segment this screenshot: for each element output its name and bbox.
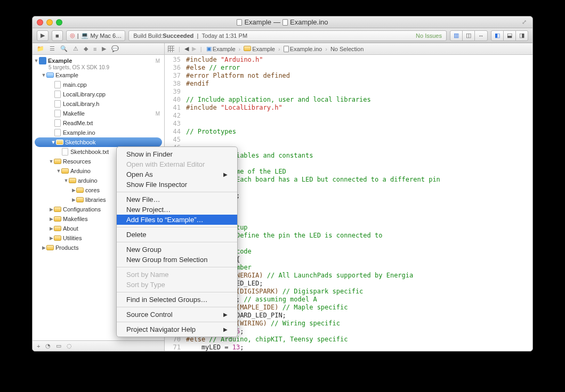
- code-line[interactable]: #include "LocalLibrary.h": [186, 104, 532, 112]
- disclosure-icon[interactable]: [71, 187, 76, 193]
- disclosure-icon[interactable]: [49, 207, 54, 212]
- disclosure-icon[interactable]: [41, 72, 46, 78]
- disclosure-icon[interactable]: [34, 58, 39, 63]
- disclosure-icon[interactable]: [51, 140, 56, 145]
- code-line[interactable]: // @details Define the pin the LED is co…: [186, 232, 532, 240]
- code-line[interactable]: // Add setup code: [186, 248, 532, 256]
- scheme-selector[interactable]: ◎ | 💻 My Mac 6…: [66, 30, 126, 41]
- code-line[interactable]: #if defined(ENERGIA) // All LaunchPads s…: [186, 272, 532, 280]
- folder-row[interactable]: Example: [33, 70, 164, 80]
- menu-item[interactable]: Show File Inspector: [117, 179, 237, 190]
- disclosure-icon[interactable]: [49, 216, 54, 222]
- code-line[interactable]: // Define variables and constants: [186, 152, 532, 160]
- activity-viewer[interactable]: Build Build: Succeeded | Today at 1:31 P…: [128, 30, 447, 41]
- code-line[interactable]: #elif defined(WIRING) // Wiring specific: [186, 320, 532, 328]
- code-line[interactable]: myLED = 13;: [186, 344, 532, 351]
- menu-item[interactable]: Source Control▶: [117, 309, 237, 320]
- code-line[interactable]: // Prototypes: [186, 128, 532, 136]
- jumpbar-item-2[interactable]: Example.ino: [290, 46, 322, 52]
- run-button[interactable]: ▶: [37, 30, 49, 41]
- related-items-icon[interactable]: [168, 46, 174, 52]
- code-line[interactable]: #include "Arduino.h": [186, 56, 532, 64]
- minimize-button[interactable]: [46, 19, 53, 26]
- code-line[interactable]: [186, 88, 532, 96]
- filter-scm-icon[interactable]: ▭: [56, 342, 61, 349]
- file-row[interactable]: ReadMe.txt: [33, 118, 164, 128]
- breakpoint-navigator-icon[interactable]: ▶: [102, 45, 106, 52]
- context-menu[interactable]: Show in FinderOpen with External EditorO…: [116, 146, 238, 337]
- version-editor-button[interactable]: ↔: [474, 30, 488, 41]
- code-line[interactable]: [186, 200, 532, 208]
- menu-item[interactable]: Show in Finder: [117, 149, 237, 159]
- debug-navigator-icon[interactable]: ≡: [93, 46, 96, 52]
- code-line[interactable]: myLED = RED_LED;: [186, 280, 532, 288]
- filter-recent-icon[interactable]: ◔: [45, 342, 51, 349]
- symbol-navigator-icon[interactable]: ☰: [50, 45, 55, 52]
- folder-row[interactable]: Sketchbook: [35, 137, 162, 147]
- close-button[interactable]: [37, 19, 43, 26]
- code-line[interactable]: //: [186, 160, 532, 168]
- forward-button[interactable]: ▶: [192, 45, 196, 52]
- menu-item[interactable]: Project Navigator Help▶: [117, 324, 237, 334]
- stop-button[interactable]: ■: [52, 30, 63, 41]
- code-line[interactable]: myLED = 15;: [186, 328, 532, 336]
- file-row[interactable]: LocalLibrary.h: [33, 99, 164, 109]
- code-line[interactable]: // @brief Name of the LED: [186, 168, 532, 176]
- code-line[interactable]: [186, 136, 532, 144]
- toggle-utilities-button[interactable]: ◨: [515, 30, 528, 41]
- disclosure-icon[interactable]: [49, 159, 54, 164]
- code-line[interactable]: [186, 120, 532, 128]
- code-line[interactable]: //: [186, 184, 532, 192]
- disclosure-icon[interactable]: [49, 235, 54, 241]
- filter-unsaved-icon[interactable]: ◌: [67, 342, 72, 349]
- code-line[interactable]: void setup() {: [186, 256, 532, 264]
- fullscreen-icon[interactable]: ⤢: [522, 19, 528, 25]
- toggle-debug-button[interactable]: ⬓: [503, 30, 516, 41]
- assistant-editor-button[interactable]: ◫: [462, 30, 475, 41]
- code-line[interactable]: // Include application, user and local l…: [186, 96, 532, 104]
- jumpbar-item-3[interactable]: No Selection: [330, 46, 364, 52]
- code-line[interactable]: // @brief Setup: [186, 224, 532, 232]
- code-line[interactable]: //: [186, 240, 532, 248]
- code-line[interactable]: myLED = BOARD_LED_PIN;: [186, 312, 532, 320]
- jumpbar-item-0[interactable]: Example: [213, 46, 236, 52]
- menu-item[interactable]: Find in Selected Groups…: [117, 295, 237, 305]
- menu-item[interactable]: New Group from Selection: [117, 255, 237, 265]
- code-line[interactable]: //: [186, 216, 532, 224]
- disclosure-icon[interactable]: [56, 168, 61, 174]
- code-line[interactable]: #elif defined(MAPLE_IDE) // Maple specif…: [186, 304, 532, 312]
- issue-navigator-icon[interactable]: ⚠: [73, 45, 78, 52]
- code-line[interactable]: [186, 208, 532, 216]
- code-line[interactable]: [186, 112, 532, 120]
- code-line[interactable]: [186, 144, 532, 152]
- code-line[interactable]: // pin number: [186, 264, 532, 272]
- disclosure-icon[interactable]: [41, 245, 46, 250]
- menu-item[interactable]: Open As▶: [117, 169, 237, 179]
- test-navigator-icon[interactable]: ◆: [84, 45, 88, 52]
- jumpbar-item-1[interactable]: Example: [252, 46, 275, 52]
- toggle-navigator-button[interactable]: ◧: [491, 30, 504, 41]
- menu-item[interactable]: Delete: [117, 230, 237, 240]
- disclosure-icon[interactable]: [63, 178, 69, 183]
- disclosure-icon[interactable]: [71, 197, 76, 202]
- code-line[interactable]: // @details Each board has a LED but con…: [186, 176, 532, 184]
- menu-item[interactable]: Add Files to “Example”…: [117, 215, 237, 225]
- log-navigator-icon[interactable]: 💬: [111, 45, 119, 52]
- code-line[interactable]: #endif: [186, 80, 532, 88]
- file-row[interactable]: Makefile M: [33, 109, 164, 118]
- file-row[interactable]: main.cpp: [33, 80, 164, 89]
- code-line[interactable]: #else // error: [186, 64, 532, 72]
- menu-item[interactable]: New File…: [117, 194, 237, 205]
- jump-bar[interactable]: | ◀ ▶ | ▣ Example Example Example.ino No…: [165, 43, 532, 54]
- file-row[interactable]: Example.ino: [33, 128, 164, 137]
- code-line[interactable]: #error Platform not defined: [186, 72, 532, 80]
- project-navigator-icon[interactable]: 📁: [37, 45, 44, 52]
- code-line[interactable]: #elif defined(DIGISPARK) // Digispark sp…: [186, 288, 532, 296]
- code-line[interactable]: #else // Arduino, chipKIT, Teensy specif…: [186, 336, 532, 344]
- zoom-button[interactable]: [56, 19, 62, 26]
- code-line[interactable]: myLED = 1; // assuming model A: [186, 296, 532, 304]
- add-button[interactable]: +: [37, 343, 40, 349]
- back-button[interactable]: ◀: [184, 45, 189, 52]
- disclosure-icon[interactable]: [49, 226, 54, 231]
- file-row[interactable]: LocalLibrary.cpp: [33, 89, 164, 99]
